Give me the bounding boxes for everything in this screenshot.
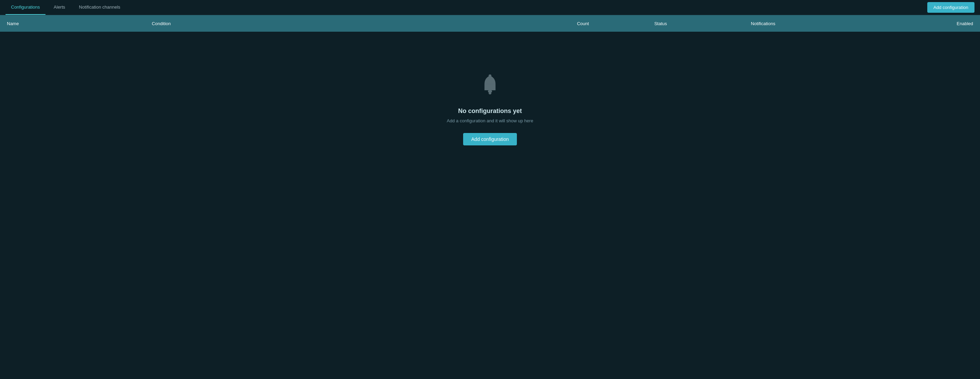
column-header-count: Count [577, 21, 654, 26]
column-header-condition: Condition [152, 21, 577, 26]
column-header-enabled: Enabled [896, 21, 973, 26]
tab-notification-channels[interactable]: Notification channels [73, 0, 126, 15]
nav-actions: Add configuration [927, 2, 975, 13]
column-header-status: Status [654, 21, 751, 26]
column-header-notifications: Notifications [751, 21, 896, 26]
svg-point-0 [488, 75, 492, 77]
tab-configurations[interactable]: Configurations [5, 0, 46, 15]
empty-state: No configurations yet Add a configuratio… [0, 32, 980, 173]
empty-state-subtitle: Add a configuration and it will show up … [447, 118, 533, 123]
svg-point-2 [488, 92, 492, 94]
table-header: Name Condition Count Status Notification… [0, 15, 980, 32]
nav-tabs: Configurations Alerts Notification chann… [5, 0, 126, 15]
tab-alerts[interactable]: Alerts [48, 0, 71, 15]
column-header-name: Name [7, 21, 152, 26]
add-configuration-center-button[interactable]: Add configuration [463, 133, 517, 145]
nav-bar: Configurations Alerts Notification chann… [0, 0, 980, 15]
bell-icon [477, 73, 503, 99]
add-configuration-button[interactable]: Add configuration [927, 2, 975, 13]
empty-state-title: No configurations yet [458, 108, 522, 115]
svg-point-3 [485, 83, 495, 86]
